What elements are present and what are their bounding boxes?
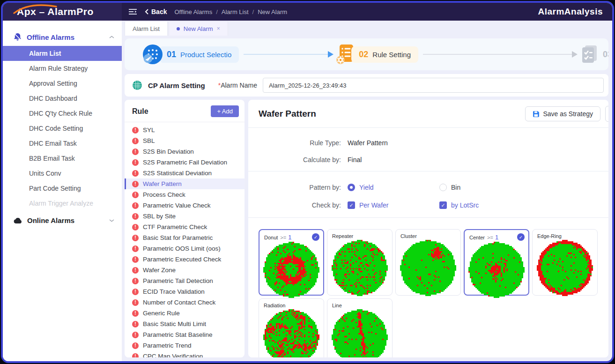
breadcrumb-item[interactable]: Alarm List (222, 8, 249, 15)
pattern-name: Center (469, 235, 485, 240)
breadcrumb-item[interactable]: Offline Alarms (174, 8, 212, 15)
tab-new-alarm[interactable]: New Alarm × (169, 21, 228, 36)
rule-item[interactable]: !Wafer Zone (125, 265, 245, 275)
error-icon: ! (132, 245, 139, 252)
add-rule-button[interactable]: + Add (211, 105, 239, 117)
options-form: Pattern by: Yield Bin (248, 171, 608, 217)
rule-item[interactable]: !ECID Trace Validation (125, 286, 245, 297)
radio-yield[interactable]: Yield (348, 184, 439, 191)
rule-item[interactable]: !S2S Parametric Fail Deviation (125, 157, 245, 168)
error-icon: ! (132, 299, 139, 306)
back-button[interactable]: Back (145, 8, 167, 15)
more-actions-button[interactable] (605, 106, 608, 122)
alarm-name-label: *Alarm Name (218, 82, 257, 89)
rule-item[interactable]: !CTF Parametric Check (125, 222, 245, 232)
sidebar-item-part-code-setting[interactable]: Part Code Setting (3, 181, 122, 196)
error-icon: ! (132, 310, 139, 317)
save-as-strategy-button[interactable]: Save as Strategy (525, 106, 600, 121)
menu-icon[interactable] (128, 8, 137, 15)
wizard-step-3[interactable]: 03 (579, 44, 608, 65)
pattern-card-edge-ring[interactable]: Edge-Ring (532, 229, 598, 296)
alarm-name-input[interactable] (263, 78, 604, 93)
checkbox-by-lotsrc[interactable]: ✓ by LotSrc (439, 201, 479, 209)
error-icon: ! (132, 202, 139, 209)
rule-item[interactable]: !Parametric Executed Check (125, 254, 245, 265)
rule-item[interactable]: !S2S Bin Deviation (125, 146, 245, 157)
error-icon: ! (132, 224, 139, 230)
sidebar-item-units-conv[interactable]: Units Conv (3, 166, 122, 181)
pattern-card-donut[interactable]: Donut>=1✓ (259, 229, 324, 296)
error-icon: ! (132, 127, 139, 134)
detail-header: Wafer Pattern Save as Strategy (248, 106, 608, 127)
chevron-up-icon[interactable] (109, 36, 114, 39)
sidebar-items: Alarm ListAlarm Rule StrategyApproval Se… (3, 46, 122, 211)
rule-label: Wafer Zone (143, 267, 176, 274)
sidebar-item-alarm-rule-strategy[interactable]: Alarm Rule Strategy (3, 61, 122, 76)
rule-label: Parametric OOS Limit (oos) (143, 245, 221, 252)
rule-label: CTF Parametric Check (143, 223, 207, 230)
detail-form: Rule Type: Wafer Pattern Calculate by: F… (248, 128, 608, 171)
rule-item[interactable]: !Parametric OOS Limit (oos) (125, 243, 245, 254)
rule-item[interactable]: !Wafer Pattern (125, 178, 245, 189)
close-icon[interactable]: × (217, 25, 220, 32)
rule-label: SBL by Site (143, 213, 176, 220)
breadcrumb-item[interactable]: New Alarm (258, 8, 287, 15)
checkbox-per-wafer[interactable]: ✓ Per Wafer (348, 201, 439, 209)
rule-label: Generic Rule (143, 310, 180, 317)
rule-item[interactable]: !Parametric Tail Detection (125, 275, 245, 286)
breadcrumb: Offline Alarms / Alarm List / New Alarm (174, 8, 287, 15)
radio-bin[interactable]: Bin (439, 184, 460, 191)
error-icon: ! (132, 181, 139, 187)
product-selection-icon (142, 44, 163, 65)
rule-item[interactable]: !Number of Contact Check (125, 297, 245, 308)
pattern-card-line[interactable]: Line (327, 298, 393, 357)
tab-alarm-list[interactable]: Alarm List (125, 21, 168, 36)
sidebar-item-dhc-dashboard[interactable]: DHC Dashboard (3, 91, 122, 106)
pattern-card-cluster[interactable]: Cluster (395, 229, 461, 296)
sidebar-item-alarm-trigger-analyze[interactable]: Alarm Trigger Analyze (3, 196, 122, 211)
sidebar-item-dhc-q-ty-check-rule[interactable]: DHC Q'ty Check Rule (3, 106, 122, 121)
rule-item[interactable]: !S2S Statistical Deviation (125, 168, 245, 178)
threshold-value[interactable]: 1 (495, 234, 498, 241)
rule-item[interactable]: !Parametric Trend (125, 340, 245, 351)
pattern-card-radiation[interactable]: Radiation (259, 298, 324, 357)
chevron-down-icon[interactable] (109, 219, 114, 222)
rule-item[interactable]: !SYL (125, 125, 245, 135)
pattern-card-header: Repeater (327, 230, 392, 239)
rule-item[interactable]: !Basic Static Multi Limit (125, 319, 245, 329)
rule-label: Wafer Pattern (143, 180, 182, 187)
rule-item[interactable]: !Generic Rule (125, 308, 245, 319)
rule-detail-panel: Wafer Pattern Save as Strategy Rule Type… (248, 100, 608, 357)
rule-label: S2S Parametric Fail Deviation (143, 159, 227, 166)
sidebar-section-online-alarms[interactable]: Online Alarms (3, 212, 122, 229)
sidebar-section-offline-alarms[interactable]: Offline Alarms (3, 28, 122, 46)
sidebar-item-alarm-list[interactable]: Alarm List (3, 46, 122, 61)
rule-label: Basic Stat for Parametric (143, 234, 213, 241)
pattern-card-center[interactable]: Center>=1✓ (464, 229, 529, 296)
rule-item[interactable]: !CPC Map Verification (125, 351, 245, 357)
sidebar-item-b2b-email-task[interactable]: B2B Email Task (3, 151, 122, 166)
threshold-value[interactable]: 1 (288, 234, 291, 241)
step-number: 03 (603, 50, 608, 59)
rule-type-label: Rule Type: (248, 139, 341, 147)
rule-item[interactable]: !Process Check (125, 189, 245, 200)
rule-panel-header: Rule + Add (125, 104, 245, 122)
sidebar-item-approval-setting[interactable]: Approval Setting (3, 76, 122, 91)
wafer-map (400, 240, 456, 296)
pattern-card-repeater[interactable]: Repeater (327, 229, 393, 296)
rule-type-value: Wafer Pattern (348, 139, 388, 147)
rule-label: Number of Contact Check (143, 299, 215, 306)
sidebar-item-dhc-code-setting[interactable]: DHC Code Setting (3, 121, 122, 136)
wizard-step-product-selection[interactable]: 01 Product Selectio (142, 44, 239, 65)
offline-alarms-icon (13, 33, 22, 41)
rule-item[interactable]: !SBL by Site (125, 211, 245, 222)
rule-item[interactable]: !Parametric Stat Baseline (125, 329, 245, 340)
step-connector (244, 54, 328, 55)
step-connector (423, 54, 572, 55)
wizard-step-rule-setting[interactable]: 02 Rule Setting (335, 44, 418, 65)
rule-item[interactable]: !SBL (125, 135, 245, 146)
sidebar-item-dhc-email-task[interactable]: DHC Email Task (3, 136, 122, 151)
error-icon: ! (132, 289, 139, 295)
rule-item[interactable]: !Parametric Value Check (125, 200, 245, 211)
rule-item[interactable]: !Basic Stat for Parametric (125, 232, 245, 243)
